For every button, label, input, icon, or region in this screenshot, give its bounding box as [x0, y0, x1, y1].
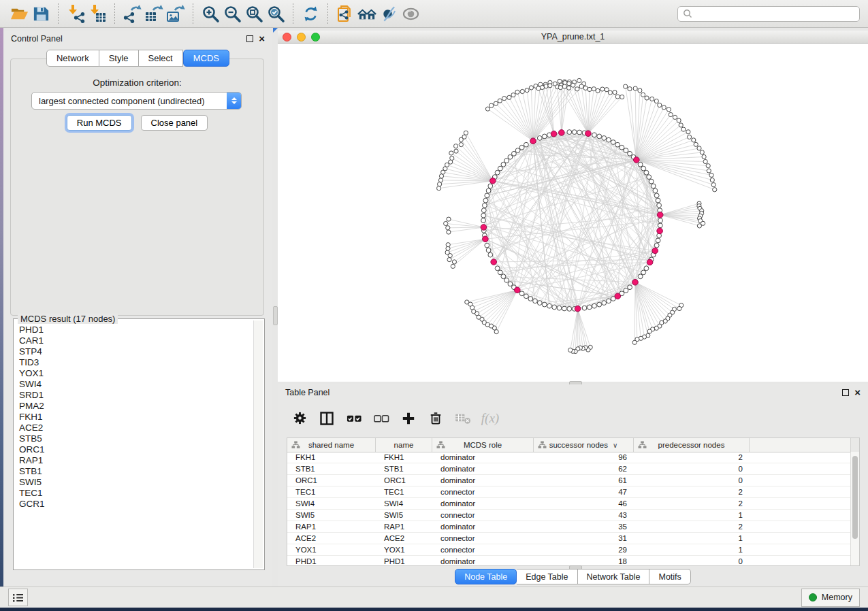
- network-node[interactable]: [624, 288, 628, 293]
- network-node[interactable]: [533, 299, 538, 303]
- mcds-node[interactable]: [530, 138, 536, 144]
- network-node[interactable]: [605, 88, 609, 92]
- mcds-node[interactable]: [551, 131, 557, 137]
- network-node[interactable]: [624, 84, 628, 88]
- network-node[interactable]: [537, 301, 542, 306]
- network-node[interactable]: [681, 127, 686, 131]
- network-node[interactable]: [446, 243, 450, 247]
- network-node[interactable]: [529, 86, 533, 90]
- mcds-node[interactable]: [585, 131, 592, 137]
- mcds-node[interactable]: [652, 248, 658, 254]
- mcds-result-item[interactable]: PMA2: [15, 401, 253, 412]
- mcds-result-item[interactable]: STB5: [15, 433, 253, 444]
- network-node[interactable]: [501, 274, 506, 279]
- network-node[interactable]: [498, 166, 502, 171]
- network-node[interactable]: [488, 252, 493, 257]
- export-table-icon[interactable]: [143, 3, 165, 24]
- network-node[interactable]: [602, 301, 607, 306]
- select-all-icon[interactable]: [345, 410, 363, 427]
- network-node[interactable]: [519, 145, 524, 150]
- network-node[interactable]: [504, 278, 509, 283]
- network-node[interactable]: [654, 193, 659, 198]
- network-node[interactable]: [558, 86, 562, 90]
- plus-icon[interactable]: [400, 410, 417, 427]
- maximize-window-icon[interactable]: [311, 33, 320, 42]
- mcds-node[interactable]: [634, 157, 640, 163]
- network-node[interactable]: [697, 146, 701, 150]
- network-node[interactable]: [444, 221, 448, 225]
- mcds-result-item[interactable]: TID3: [15, 357, 253, 368]
- table-row[interactable]: SWI4SWI4dominator462: [287, 498, 851, 510]
- import-table-icon[interactable]: [86, 3, 108, 24]
- network-node[interactable]: [502, 97, 507, 101]
- network-node[interactable]: [515, 148, 520, 153]
- network-node[interactable]: [666, 108, 671, 112]
- network-node[interactable]: [658, 223, 662, 228]
- network-node[interactable]: [656, 238, 660, 243]
- network-node[interactable]: [628, 285, 632, 290]
- network-node[interactable]: [677, 306, 681, 310]
- network-node[interactable]: [688, 135, 692, 139]
- close-table-panel-icon[interactable]: [854, 389, 861, 396]
- mcds-node[interactable]: [483, 236, 489, 242]
- mcds-result-item[interactable]: SRD1: [15, 390, 253, 401]
- network-node[interactable]: [588, 87, 592, 91]
- network-node[interactable]: [654, 243, 659, 248]
- network-node[interactable]: [464, 131, 468, 135]
- network-node[interactable]: [608, 90, 612, 95]
- mcds-node[interactable]: [575, 306, 581, 312]
- network-node[interactable]: [596, 88, 600, 93]
- network-node[interactable]: [694, 142, 698, 146]
- zoom-in-icon[interactable]: [199, 3, 221, 24]
- network-node[interactable]: [450, 156, 454, 160]
- mcds-node[interactable]: [491, 259, 497, 265]
- network-node[interactable]: [465, 300, 469, 304]
- network-node[interactable]: [620, 95, 624, 99]
- network-node[interactable]: [547, 303, 552, 308]
- column-header-successor-nodes[interactable]: successor nodes: [534, 438, 634, 452]
- network-node[interactable]: [700, 150, 704, 154]
- network-node[interactable]: [552, 305, 557, 310]
- network-node[interactable]: [575, 87, 579, 91]
- network-node[interactable]: [607, 137, 611, 142]
- import-network-icon[interactable]: [65, 3, 86, 24]
- network-node[interactable]: [615, 95, 620, 99]
- network-node[interactable]: [641, 270, 646, 275]
- network-node[interactable]: [592, 87, 596, 91]
- network-node[interactable]: [488, 184, 493, 188]
- network-node[interactable]: [451, 264, 455, 268]
- float-table-panel-icon[interactable]: [842, 389, 849, 396]
- network-node[interactable]: [620, 145, 624, 150]
- network-node[interactable]: [481, 213, 486, 218]
- network-node[interactable]: [447, 217, 451, 221]
- network-node[interactable]: [447, 230, 451, 234]
- network-node[interactable]: [452, 260, 456, 264]
- mcds-node[interactable]: [490, 178, 496, 184]
- network-node[interactable]: [587, 305, 592, 310]
- network-node[interactable]: [567, 86, 571, 90]
- mcds-result-item[interactable]: CAR1: [15, 335, 253, 346]
- table-row[interactable]: YOX1YOX1connector291: [287, 544, 851, 556]
- document-share-icon[interactable]: [334, 3, 356, 24]
- network-node[interactable]: [628, 87, 632, 91]
- table-scrollbar[interactable]: [850, 452, 859, 565]
- control-tab-select[interactable]: Select: [139, 50, 183, 67]
- vertical-splitter-handle[interactable]: [273, 306, 278, 325]
- network-node[interactable]: [669, 112, 673, 116]
- network-node[interactable]: [571, 83, 575, 87]
- network-node[interactable]: [481, 208, 486, 213]
- network-node[interactable]: [495, 170, 500, 175]
- network-node[interactable]: [486, 248, 491, 252]
- tab-network-table[interactable]: Network Table: [578, 569, 650, 584]
- mcds-node[interactable]: [647, 259, 653, 265]
- table-row[interactable]: TEC1TEC1connector472: [287, 486, 851, 498]
- network-node[interactable]: [662, 105, 666, 110]
- mcds-node[interactable]: [657, 228, 663, 234]
- refresh-icon[interactable]: [300, 3, 321, 24]
- network-node[interactable]: [597, 302, 602, 307]
- network-node[interactable]: [483, 203, 487, 208]
- table-row[interactable]: STB1STB1dominator620: [287, 463, 851, 475]
- column-header-MCDS-role[interactable]: MCDS role: [432, 438, 534, 452]
- network-node[interactable]: [498, 270, 502, 275]
- network-node[interactable]: [647, 175, 652, 180]
